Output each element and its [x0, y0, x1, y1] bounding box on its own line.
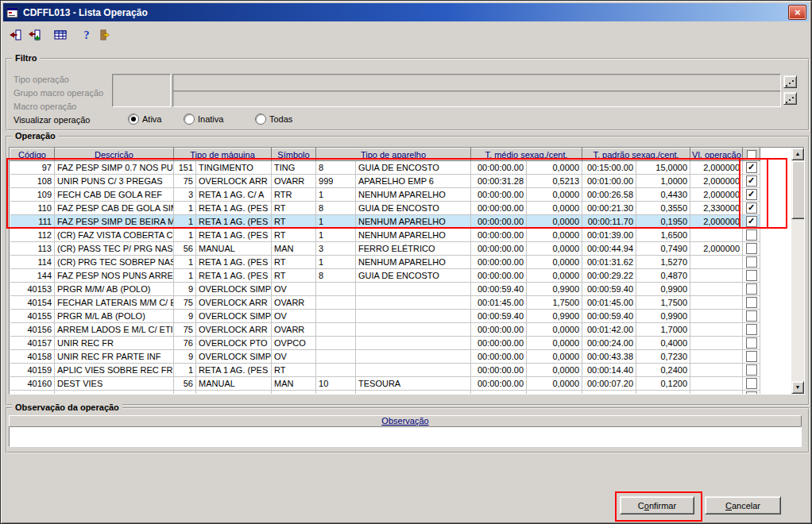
column-header-descri-o[interactable]: Descrição: [55, 148, 174, 161]
cell[interactable]: 56: [174, 377, 196, 391]
table-row[interactable]: 113(CR) PASS TEC P/ PRG NAS FRS56MANUALM…: [10, 242, 760, 256]
cell[interactable]: [690, 229, 743, 242]
cell[interactable]: [316, 350, 356, 364]
cell[interactable]: 1: [174, 269, 196, 283]
cell[interactable]: [690, 269, 743, 283]
cell[interactable]: UNIR PUNS C/ 3 PREGAS: [55, 175, 174, 188]
row-checkbox[interactable]: ✓: [746, 175, 757, 187]
cell[interactable]: TESOURA: [356, 377, 471, 391]
scrollbar-thumb[interactable]: [791, 160, 805, 219]
row-checkbox[interactable]: ✓: [746, 162, 757, 173]
column-header-tipo-de-m-quina[interactable]: Tipo de máquina: [174, 148, 272, 161]
tipo-operacao-browse-button[interactable]: [783, 75, 797, 88]
cell[interactable]: 00:00:00.00: [471, 229, 527, 242]
cell[interactable]: 00:00:43.38: [582, 350, 636, 364]
cancel-button[interactable]: Cancelar: [705, 496, 781, 514]
cell[interactable]: DEST VIES: [55, 377, 174, 391]
cell[interactable]: 0,0000: [527, 391, 582, 395]
cell[interactable]: [690, 256, 743, 269]
cell[interactable]: [690, 323, 743, 337]
toolbar-exit-button[interactable]: [96, 25, 115, 44]
table-row[interactable]: 40154FECHAR LATERAIS M/M C/ ETIQ I75OVER…: [10, 296, 760, 310]
cell[interactable]: 00:00:00.00: [471, 337, 527, 350]
row-checkbox[interactable]: ✓: [746, 202, 757, 214]
toolbar-help-button[interactable]: ?: [77, 25, 96, 44]
cell[interactable]: 2,330000: [690, 202, 743, 215]
select-all-checkbox[interactable]: [747, 150, 756, 160]
cell[interactable]: 3: [174, 188, 196, 202]
cell[interactable]: 00:01:00.00: [582, 175, 636, 188]
cell[interactable]: (CR) PASS TEC P/ PRG NAS FRS: [55, 242, 174, 256]
cell[interactable]: 00:00:00.00: [471, 377, 527, 391]
row-checkbox[interactable]: [746, 297, 757, 308]
toolbar-export-button[interactable]: [6, 25, 25, 44]
cell[interactable]: 00:00:59.40: [582, 310, 636, 323]
cell[interactable]: [316, 296, 356, 310]
cell[interactable]: 76: [174, 337, 196, 350]
table-row[interactable]: 111FAZ PESP SIMP DE BEIRA MEIO D1RETA 1 …: [10, 215, 760, 229]
cell[interactable]: 75: [174, 323, 196, 337]
cell[interactable]: MAN: [272, 242, 316, 256]
cell[interactable]: [356, 283, 471, 296]
row-checkbox[interactable]: [746, 364, 757, 376]
cell[interactable]: 1,6500: [636, 229, 690, 242]
cell[interactable]: 00:00:00.00: [471, 350, 527, 364]
cell[interactable]: OVERLOCK ARR: [196, 175, 272, 188]
grupo-macro-operacao-browse-button[interactable]: [783, 92, 797, 105]
column-header-select[interactable]: [743, 148, 760, 161]
cell[interactable]: [316, 391, 356, 395]
cell[interactable]: OVERLOCK ARR: [196, 296, 272, 310]
cell[interactable]: 00:00:21.30: [582, 202, 636, 215]
row-checkbox[interactable]: [746, 324, 757, 335]
cell[interactable]: 0,7230: [636, 350, 690, 364]
cell[interactable]: 0,0000: [527, 215, 582, 229]
cell[interactable]: 8: [316, 202, 356, 215]
cell[interactable]: FAZ PESP NOS PUNS ARRED (DF: [55, 269, 174, 283]
cell[interactable]: 0,2400: [636, 364, 690, 377]
cell[interactable]: [356, 337, 471, 350]
cell[interactable]: 56: [174, 242, 196, 256]
row-checkbox[interactable]: [746, 337, 757, 349]
cell[interactable]: [356, 310, 471, 323]
cell[interactable]: OVARR: [272, 323, 316, 337]
cell[interactable]: 00:01:45.00: [582, 296, 636, 310]
cell[interactable]: 00:01:39.00: [582, 229, 636, 242]
cell[interactable]: 108: [10, 175, 55, 188]
row-checkbox[interactable]: [746, 391, 757, 395]
cell[interactable]: 0,0000: [527, 229, 582, 242]
cell[interactable]: FECHAR LATERAIS M/M C/ ETIQ I: [55, 296, 174, 310]
cell[interactable]: 9: [174, 350, 196, 364]
cell[interactable]: 00:00:35.40: [582, 391, 636, 395]
cell[interactable]: OVARR: [272, 296, 316, 310]
cell[interactable]: OVERLOCK SIMP: [196, 310, 272, 323]
cell[interactable]: RETA 1 AG. (PES: [196, 256, 272, 269]
cell[interactable]: RT: [272, 256, 316, 269]
cell[interactable]: 9: [174, 283, 196, 296]
cell[interactable]: [316, 364, 356, 377]
cell[interactable]: NENHUM APARELHO: [356, 229, 471, 242]
cell[interactable]: 15,0000: [636, 161, 690, 175]
cell[interactable]: APARELHO EMP 6: [356, 175, 471, 188]
cell[interactable]: [356, 296, 471, 310]
cell[interactable]: 00:00:29.22: [582, 269, 636, 283]
cell[interactable]: (CR) PRG TEC SOBREP NAS FRS: [55, 256, 174, 269]
close-button[interactable]: ×: [789, 6, 806, 19]
cell[interactable]: 00:00:00.00: [471, 256, 527, 269]
cell[interactable]: FAZ PESP SIMP DE BEIRA MEIO D: [55, 215, 174, 229]
cell[interactable]: 0,4430: [636, 188, 690, 202]
cell[interactable]: 00:00:00.00: [471, 202, 527, 215]
cell[interactable]: APLIC VIES SOBRE REC FR: [55, 364, 174, 377]
cell[interactable]: RTR: [272, 188, 316, 202]
table-row[interactable]: 40155PRGR M/L AB (POLO)9OVERLOCK SIMPOV0…: [10, 310, 760, 323]
cell[interactable]: 40154: [10, 296, 55, 310]
cell[interactable]: 00:00:24.00: [582, 337, 636, 350]
cell[interactable]: OVERLOCK SIMP: [196, 283, 272, 296]
cell[interactable]: 0,0000: [527, 377, 582, 391]
cell[interactable]: 00:00:26.58: [582, 188, 636, 202]
cell[interactable]: FAZ COB BAR AB APLIC VIES (2: [55, 391, 174, 395]
cell[interactable]: [690, 364, 743, 377]
cell[interactable]: 00:01:42.00: [582, 323, 636, 337]
cell[interactable]: FERRO ELÉTRICO: [356, 242, 471, 256]
cell[interactable]: RETA 1 AG. (PES: [196, 215, 272, 229]
cell[interactable]: 0,1200: [636, 377, 690, 391]
